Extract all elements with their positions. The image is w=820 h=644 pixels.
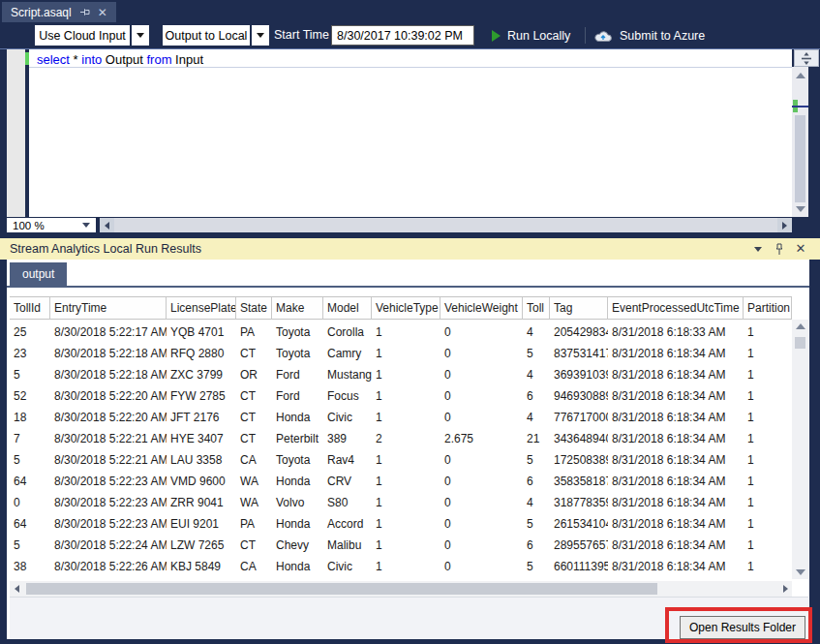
table-row[interactable]: 58/30/2018 5:22:24 AMLZW 7265CTChevyMali…: [10, 535, 792, 556]
column-header-partition[interactable]: Partition: [744, 297, 792, 320]
table-cell: Honda: [272, 407, 323, 428]
table-cell: 1: [744, 513, 792, 535]
table-cell: 8/31/2018 6:18:34 AM: [608, 385, 744, 407]
table-cell: 6: [523, 471, 550, 492]
run-locally-button[interactable]: Run Locally: [492, 22, 570, 48]
table-row[interactable]: 648/30/2018 5:22:23 AMVMD 9600WAHondaCRV…: [10, 471, 792, 492]
table-cell: 8/31/2018 6:18:34 AM: [608, 535, 744, 556]
table-cell: 8/30/2018 5:22:21 AM: [50, 428, 167, 449]
pin-icon[interactable]: [79, 7, 90, 17]
table-cell: Volvo: [272, 492, 323, 513]
table-row[interactable]: 528/30/2018 5:22:20 AMFYW 2785CTFordFocu…: [10, 385, 792, 407]
table-cell: Toyota: [272, 322, 323, 343]
zoom-level-combo[interactable]: 100 %: [7, 218, 96, 232]
table-row[interactable]: 58/30/2018 5:22:21 AMLAU 3358CAToyotaRav…: [10, 449, 792, 471]
table-cell: 8/31/2018 6:18:34 AM: [608, 449, 744, 471]
submit-to-azure-label: Submit to Azure: [620, 29, 705, 43]
output-combo[interactable]: Output to Local: [163, 25, 250, 46]
table-cell: CT: [236, 343, 272, 364]
code-token: Output: [102, 52, 146, 67]
editor-horizontal-scrollbar[interactable]: [114, 218, 777, 232]
panel-menu-button[interactable]: [750, 238, 766, 260]
table-cell: 1: [744, 364, 792, 385]
tab-output-label: output: [22, 267, 54, 281]
output-combo-arrow[interactable]: [252, 25, 269, 46]
annotation-highlight-rectangle: [665, 607, 812, 643]
code-token: Input: [171, 52, 203, 67]
column-header-model[interactable]: Model: [323, 297, 372, 320]
grid-horizontal-scrollbar[interactable]: [10, 581, 792, 597]
table-cell: 0: [440, 513, 523, 535]
table-cell: Toyota: [272, 449, 323, 471]
panel-close-button[interactable]: ✕: [793, 238, 808, 260]
scrollbar-thumb[interactable]: [795, 337, 805, 349]
tab-script-asaql[interactable]: Script.asaql ✕: [2, 2, 116, 22]
cloud-input-combo-arrow[interactable]: [132, 25, 149, 46]
table-cell: 1: [744, 343, 792, 364]
tab-close-icon[interactable]: ✕: [98, 7, 107, 18]
table-row[interactable]: 188/30/2018 5:22:20 AMJFT 2176CTHondaCiv…: [10, 407, 792, 428]
hscroll-right-button[interactable]: [778, 583, 792, 595]
grid-vertical-scrollbar[interactable]: [792, 320, 808, 579]
grid-body[interactable]: 258/30/2018 5:22:17 AMYQB 4701PAToyotaCo…: [10, 320, 792, 581]
table-row[interactable]: 238/30/2018 5:22:18 AMRFQ 2880CTToyotaCa…: [10, 343, 792, 364]
scroll-down-icon[interactable]: [796, 569, 805, 575]
table-cell: 8/31/2018 6:18:34 AM: [608, 513, 744, 535]
table-cell: 5: [523, 343, 550, 364]
table-cell: 5: [10, 449, 50, 471]
table-cell: Mustang: [323, 364, 372, 385]
column-header-make[interactable]: Make: [272, 297, 323, 320]
table-cell: CT: [236, 385, 272, 407]
hscroll-left-button[interactable]: [100, 218, 114, 232]
table-cell: 0: [440, 407, 523, 428]
table-cell: 1: [372, 471, 440, 492]
table-row[interactable]: 258/30/2018 5:22:17 AMYQB 4701PAToyotaCo…: [10, 322, 792, 343]
hscroll-right-button[interactable]: [777, 218, 792, 232]
editor-text-area[interactable]: select * into Output from Input: [29, 49, 792, 217]
editor-vertical-scrollbar[interactable]: [792, 67, 808, 218]
column-header-tollid[interactable]: TollId: [10, 297, 50, 320]
table-cell: Rav4: [323, 449, 372, 471]
editor-split-handle[interactable]: [794, 49, 819, 67]
table-cell: 64: [10, 471, 50, 492]
start-time-input[interactable]: [331, 25, 474, 46]
column-header-vehicleweight[interactable]: VehicleWeight: [440, 297, 523, 320]
grid-header-row: TollIdEntryTimeLicensePlateStateMakeMode…: [10, 296, 792, 320]
column-header-toll[interactable]: Toll: [523, 297, 550, 320]
column-header-tag[interactable]: Tag: [550, 297, 608, 320]
hscroll-left-button[interactable]: [10, 583, 23, 595]
column-header-eventprocessedutctime[interactable]: EventProcessedUtcTime: [608, 297, 744, 320]
scrollbar-thumb[interactable]: [26, 583, 657, 595]
table-cell: 0: [10, 492, 50, 513]
scroll-up-icon[interactable]: [796, 323, 805, 329]
submit-to-azure-button[interactable]: Submit to Azure: [594, 22, 705, 48]
scroll-down-icon[interactable]: [796, 206, 805, 212]
table-row[interactable]: 58/30/2018 5:22:18 AMZXC 3799ORFordMusta…: [10, 364, 792, 385]
table-cell: 1: [372, 449, 440, 471]
table-cell: 0: [440, 492, 523, 513]
table-cell: 8/31/2018 6:18:34 AM: [608, 428, 744, 449]
column-header-state[interactable]: State: [236, 297, 272, 320]
scroll-up-icon[interactable]: [796, 73, 805, 78]
cloud-input-combo[interactable]: Use Cloud Input: [35, 25, 130, 46]
table-row[interactable]: 78/30/2018 5:22:21 AMHYE 3407CTPeterbilt…: [10, 428, 792, 449]
table-cell: 8/30/2018 5:22:21 AM: [50, 449, 167, 471]
tab-title: Script.asaql: [11, 6, 72, 19]
column-header-licenseplate[interactable]: LicensePlate: [167, 297, 236, 320]
table-cell: VMD 9600: [167, 471, 236, 492]
zoom-level-value: 100 %: [13, 220, 45, 231]
panel-pin-button[interactable]: [772, 238, 787, 260]
column-header-entrytime[interactable]: EntryTime: [50, 297, 167, 320]
table-cell: 172508389: [550, 449, 608, 471]
table-cell: 1: [372, 343, 440, 364]
scrollbar-thumb[interactable]: [795, 115, 805, 202]
table-row[interactable]: 648/30/2018 5:22:23 AMEUI 9201PAHondaAcc…: [10, 513, 792, 535]
table-cell: 2.675: [440, 428, 523, 449]
table-row[interactable]: 388/30/2018 5:22:26 AMKBJ 5849CAHondaCiv…: [10, 556, 792, 577]
table-row[interactable]: 08/30/2018 5:22:23 AMZRR 9041WAVolvoS801…: [10, 492, 792, 513]
table-cell: LAU 3358: [167, 449, 236, 471]
table-cell: RFQ 2880: [167, 343, 236, 364]
tab-output[interactable]: output: [10, 262, 67, 286]
editor-indicator-margin[interactable]: [7, 49, 25, 217]
column-header-vehicletype[interactable]: VehicleType: [372, 297, 440, 320]
